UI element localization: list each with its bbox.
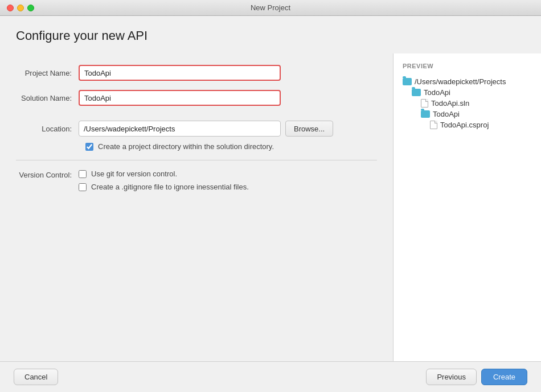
tree-item: TodoApi.sln (421, 98, 532, 109)
close-button[interactable] (7, 5, 14, 11)
git-option: Use git for version control. (79, 170, 249, 178)
version-options: Use git for version control. Create a .g… (79, 170, 249, 191)
file-icon (430, 121, 437, 129)
tree-item: TodoApi (421, 109, 532, 119)
folder-icon (403, 78, 412, 85)
file-icon (421, 99, 428, 108)
maximize-button[interactable] (27, 5, 34, 11)
solution-name-row: Solution Name: (16, 90, 377, 106)
location-row: Location: Browse... (16, 121, 377, 137)
divider (16, 160, 377, 160)
tree-item: /Users/wadepickett/Projects (403, 76, 532, 87)
tree-item-label: TodoApi (424, 88, 450, 97)
git-checkbox[interactable] (79, 170, 87, 178)
previous-button[interactable]: Previous (426, 369, 477, 385)
main-window: Configure your new API Project Name: Sol… (0, 16, 541, 392)
solution-name-input[interactable] (79, 90, 281, 106)
tree-item: TodoApi (412, 87, 532, 98)
minimize-button[interactable] (17, 5, 24, 11)
version-control-label: Version Control: (16, 170, 79, 179)
project-name-row: Project Name: (16, 65, 377, 81)
gitignore-label: Create a .gitignore file to ignore iness… (91, 183, 249, 191)
directory-checkbox-row: Create a project directory within the so… (85, 142, 377, 151)
create-directory-label: Create a project directory within the so… (98, 142, 274, 151)
create-button[interactable]: Create (481, 369, 527, 385)
project-name-input[interactable] (79, 65, 281, 81)
project-name-label: Project Name: (16, 69, 79, 77)
form-panel: Project Name: Solution Name: Location: B… (0, 53, 393, 361)
gitignore-checkbox[interactable] (79, 183, 87, 191)
title-bar: New Project (0, 0, 541, 16)
solution-name-label: Solution Name: (16, 94, 79, 102)
window-title: New Project (251, 3, 290, 12)
tree-item-label: TodoApi.csproj (440, 121, 489, 129)
footer: Cancel Previous Create (0, 361, 541, 392)
window-controls[interactable] (7, 5, 34, 11)
preview-panel: PREVIEW /Users/wadepickett/Projects Todo… (393, 53, 541, 361)
footer-right: Previous Create (426, 369, 527, 385)
preview-title: PREVIEW (403, 63, 532, 69)
create-directory-checkbox[interactable] (85, 143, 93, 151)
tree-item-label: /Users/wadepickett/Projects (415, 77, 506, 86)
folder-icon (412, 89, 421, 96)
gitignore-option: Create a .gitignore file to ignore iness… (79, 183, 249, 191)
tree-item-label: TodoApi.sln (431, 99, 469, 108)
folder-icon (421, 110, 430, 118)
cancel-button[interactable]: Cancel (14, 369, 58, 385)
version-control-section: Version Control: Use git for version con… (16, 170, 377, 191)
page-title: Configure your new API (16, 28, 525, 43)
tree-item-label: TodoApi (433, 110, 460, 118)
location-label: Location: (16, 125, 79, 133)
version-control-row: Version Control: Use git for version con… (16, 170, 377, 191)
content-area: Project Name: Solution Name: Location: B… (0, 53, 541, 361)
tree-item: TodoApi.csproj (430, 119, 532, 130)
git-label: Use git for version control. (91, 170, 177, 178)
page-header: Configure your new API (0, 16, 541, 53)
browse-button[interactable]: Browse... (285, 121, 333, 137)
footer-left: Cancel (14, 369, 58, 385)
location-input[interactable] (79, 121, 281, 137)
